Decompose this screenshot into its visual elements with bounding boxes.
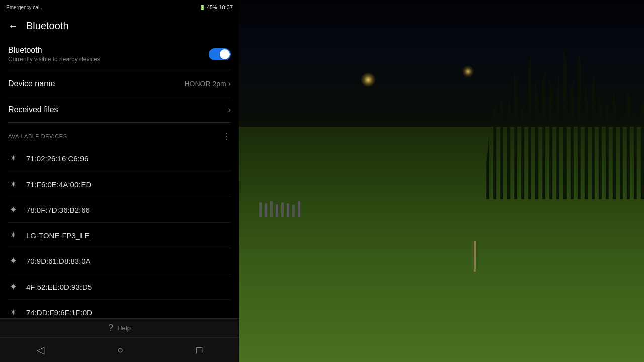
status-bar: Emergency cal... 🔋 45% 18:37: [0, 0, 239, 14]
bluetooth-label: Bluetooth: [8, 46, 100, 55]
status-time: 18:37: [219, 4, 233, 10]
device-item[interactable]: ✴78:0F:7D:36:B2:66: [8, 197, 231, 223]
device-name-row[interactable]: Device name HONOR 2pm ›: [8, 71, 231, 97]
received-files-chevron: ›: [228, 105, 231, 114]
bluetooth-info: Bluetooth Currently visible to nearby de…: [8, 46, 100, 63]
divider-1: [8, 69, 231, 69]
device-item[interactable]: ✴LG-TONE-FP3_LE: [8, 223, 231, 248]
photo-panel: [239, 0, 644, 362]
help-label: Help: [117, 324, 131, 332]
status-icons: 🔋 45%: [199, 5, 217, 10]
device-name-text: 71:F6:0E:4A:00:ED: [26, 180, 91, 189]
device-name-text: LG-TONE-FP3_LE: [26, 231, 90, 240]
device-name-text: 4F:52:EE:0D:93:D5: [26, 283, 92, 291]
device-name-text: 74:DD:F9:6F:1F:0D: [26, 308, 92, 317]
player-1: [259, 202, 262, 217]
bluetooth-device-icon: ✴: [8, 281, 18, 292]
floodlight-2: [462, 65, 474, 78]
back-button[interactable]: ←: [8, 20, 18, 32]
bluetooth-device-icon: ✴: [8, 153, 18, 164]
status-bar-left: Emergency cal...: [6, 5, 43, 10]
player-4: [276, 204, 278, 217]
bluetooth-toggle[interactable]: [209, 48, 231, 60]
device-name-text: 71:02:26:16:C6:96: [26, 154, 88, 163]
nav-bar: ◁ ○ □: [0, 338, 239, 362]
bluetooth-device-icon: ✴: [8, 230, 18, 241]
device-item[interactable]: ✴70:9D:61:D8:83:0A: [8, 248, 231, 274]
status-bar-right: 🔋 45% 18:37: [199, 4, 233, 10]
device-item[interactable]: ✴71:02:26:16:C6:96: [8, 146, 231, 171]
device-name-text: HONOR 2pm: [184, 80, 226, 88]
device-item[interactable]: ✴4F:52:EE:0D:93:D5: [8, 274, 231, 300]
page-title: Bluetooth: [26, 20, 69, 32]
help-bar[interactable]: ? Help: [0, 319, 239, 338]
bluetooth-device-icon: ✴: [8, 307, 18, 318]
bottom-bar: ? Help ◁ ○ □: [0, 318, 239, 362]
received-files-row[interactable]: Received files ›: [8, 97, 231, 123]
help-icon: ?: [108, 323, 113, 333]
recent-nav-button[interactable]: □: [196, 344, 202, 356]
device-name-text: 70:9D:61:D8:83:0A: [26, 257, 91, 265]
player-3: [270, 201, 273, 217]
device-name-label: Device name: [8, 79, 55, 88]
player-2: [265, 203, 267, 217]
bluetooth-device-icon: ✴: [8, 204, 18, 215]
players-area: [259, 145, 522, 217]
available-devices-title: AVAILABLE DEVICES: [8, 133, 67, 139]
phone-panel: Emergency cal... 🔋 45% 18:37 ← Bluetooth…: [0, 0, 239, 362]
device-item[interactable]: ✴71:F6:0E:4A:00:ED: [8, 171, 231, 197]
bluetooth-sublabel: Currently visible to nearby devices: [8, 56, 100, 63]
available-devices-header: AVAILABLE DEVICES ⋮: [0, 123, 239, 146]
bluetooth-toggle-row: Bluetooth Currently visible to nearby de…: [8, 38, 231, 67]
settings-section: Bluetooth Currently visible to nearby de…: [0, 38, 239, 123]
floodlight-1: [361, 72, 376, 87]
player-7: [292, 205, 295, 217]
more-options-icon[interactable]: ⋮: [222, 131, 231, 142]
header: ← Bluetooth: [0, 14, 239, 38]
player-8: [298, 201, 300, 217]
received-files-label: Received files: [8, 105, 58, 114]
photo-background: [239, 0, 644, 362]
back-nav-button[interactable]: ◁: [37, 344, 44, 356]
player-6: [287, 203, 289, 217]
bluetooth-device-icon: ✴: [8, 255, 18, 266]
bluetooth-device-icon: ✴: [8, 178, 18, 190]
player-5: [281, 202, 284, 217]
device-name-text: 78:0F:7D:36:B2:66: [26, 206, 90, 214]
content-area: Bluetooth Currently visible to nearby de…: [0, 38, 239, 362]
device-name-value: HONOR 2pm ›: [184, 79, 231, 88]
home-nav-button[interactable]: ○: [117, 344, 123, 356]
fence-post: [474, 241, 476, 272]
chevron-icon: ›: [228, 79, 231, 88]
